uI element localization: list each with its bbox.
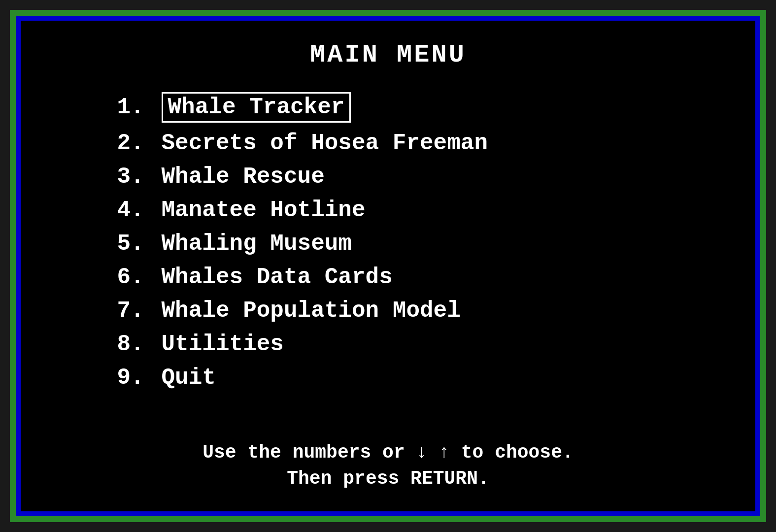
menu-item-2[interactable]: 2.Secrets of Hosea Freeman [117, 128, 659, 159]
menu-item-1[interactable]: 1.Whale Tracker [117, 89, 659, 126]
menu-item-label-5: Whaling Museum [162, 231, 352, 257]
menu-item-label-2: Secrets of Hosea Freeman [162, 131, 488, 156]
menu-item-label-4: Manatee Hotline [162, 198, 366, 223]
menu-item-number-9: 9. [117, 365, 162, 391]
menu-item-7[interactable]: 7.Whale Population Model [117, 295, 659, 327]
footer-line2: Then press RETURN. [202, 466, 574, 492]
menu-item-label-6: Whales Data Cards [162, 265, 393, 290]
menu-item-5[interactable]: 5.Whaling Museum [117, 228, 659, 260]
outer-border: MAIN MENU 1.Whale Tracker2.Secrets of Ho… [10, 10, 766, 522]
menu-item-number-6: 6. [117, 265, 162, 290]
menu-item-number-3: 3. [117, 164, 162, 190]
main-title: MAIN MENU [310, 40, 466, 69]
menu-item-number-4: 4. [117, 198, 162, 223]
inner-border: MAIN MENU 1.Whale Tracker2.Secrets of Ho… [16, 16, 760, 516]
menu-item-number-2: 2. [117, 131, 162, 156]
menu-list: 1.Whale Tracker2.Secrets of Hosea Freema… [117, 89, 659, 394]
menu-item-number-7: 7. [117, 298, 162, 324]
footer-line1: Use the numbers or ↓ ↑ to choose. [202, 439, 574, 466]
menu-item-6[interactable]: 6.Whales Data Cards [117, 262, 659, 293]
menu-item-label-9: Quit [162, 365, 216, 391]
menu-item-label-7: Whale Population Model [162, 298, 461, 324]
menu-item-4[interactable]: 4.Manatee Hotline [117, 195, 659, 226]
menu-item-number-1: 1. [117, 95, 162, 120]
menu-item-8[interactable]: 8.Utilities [117, 329, 659, 360]
menu-item-3[interactable]: 3.Whale Rescue [117, 161, 659, 193]
menu-item-label-1: Whale Tracker [162, 92, 351, 123]
screen: MAIN MENU 1.Whale Tracker2.Secrets of Ho… [21, 21, 755, 511]
menu-item-label-3: Whale Rescue [162, 164, 325, 190]
menu-item-label-8: Utilities [162, 332, 284, 357]
menu-item-number-5: 5. [117, 231, 162, 257]
menu-item-number-8: 8. [117, 332, 162, 357]
footer: Use the numbers or ↓ ↑ to choose. Then p… [202, 439, 574, 492]
menu-item-9[interactable]: 9.Quit [117, 362, 659, 394]
